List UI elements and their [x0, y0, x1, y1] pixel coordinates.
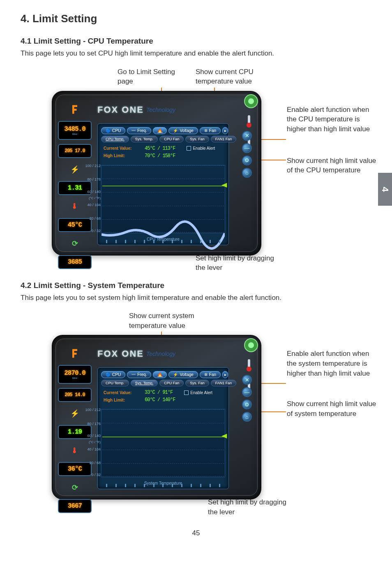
panel-nav-buttons: ✕ — ⚙ ⌂	[241, 131, 253, 178]
chapter-number: 4	[380, 187, 390, 192]
figure-cpu-temp: Go to Limit Setting page Show current CP…	[21, 67, 371, 281]
ytick: 80 / 176	[83, 422, 101, 426]
tab-cpu[interactable]: 🔵 CPU	[101, 371, 125, 378]
limit-line	[102, 437, 224, 437]
subtab-cpu-temp[interactable]: CPU Temp.	[101, 380, 129, 386]
close-button[interactable]: ✕	[242, 131, 252, 141]
tab-fan[interactable]: ✲ Fan	[200, 371, 221, 378]
ytick: 40 / 104	[83, 203, 101, 207]
current-value-label: Current Value:	[104, 390, 141, 395]
temp-value: 36°C	[68, 465, 82, 473]
figure-sys-temp: Show current system temperature value En…	[21, 311, 371, 525]
enable-alert-checkbox[interactable]	[184, 390, 189, 395]
gear-icon: ⚙	[244, 402, 249, 408]
tab-voltage[interactable]: ⚡ Voltage	[168, 371, 198, 378]
enable-alert-checkbox[interactable]	[187, 146, 191, 151]
ytick: 60 / 140	[83, 434, 101, 438]
tab-scroll-right[interactable]: ▸	[222, 127, 228, 134]
subtab-sys-temp[interactable]: Sys. Temp.	[131, 136, 158, 142]
subtab-fan1[interactable]: FAN1 Fan	[211, 380, 237, 386]
tab-cpu[interactable]: 🔵 CPU	[101, 127, 125, 134]
fox-f-icon	[58, 102, 92, 117]
y-unit: (°C / °F)	[83, 440, 101, 444]
subtab-sys-fan[interactable]: Sys. Fan	[185, 380, 209, 386]
thermometer-side-icon-1	[245, 359, 253, 372]
high-limit-label: High Limit:	[104, 398, 141, 402]
ytick: 100 / 212	[83, 408, 101, 412]
ytick: 60 / 140	[83, 190, 101, 194]
tab-freq[interactable]: 〰 Freq.	[127, 371, 151, 378]
subtab-sys-temp[interactable]: Sys. Temp.	[131, 380, 158, 386]
home-icon: ⌂	[245, 170, 249, 176]
gauge-mult-fsb: 205 17.0	[58, 144, 92, 158]
chapter-side-tab: 4	[378, 173, 392, 206]
main-panel: 🔵 CPU 〰 Freq. 🔥 ⚡ Voltage ✲ Fan ▸ CPU Te…	[97, 367, 229, 489]
category-tabs: 🔵 CPU 〰 Freq. 🔥 ⚡ Voltage ✲ Fan ▸	[98, 368, 228, 380]
tab-voltage[interactable]: ⚡ Voltage	[168, 127, 198, 134]
intro-4-1: This page lets you to set CPU high limit…	[21, 48, 371, 59]
gauge-cpu-freq: 2870.0MHz	[58, 365, 92, 384]
cpu-freq-value: 3485.0	[64, 125, 85, 133]
home-button[interactable]: ⌂	[242, 168, 252, 178]
close-button[interactable]: ✕	[242, 375, 252, 385]
home-button[interactable]: ⌂	[242, 412, 252, 422]
high-limit-readout: 60°C / 140°F	[145, 397, 175, 403]
voltage-value: 1.31	[68, 184, 82, 192]
temp-value: 45°C	[68, 221, 82, 229]
tab-limit-setting[interactable]: 🔥	[153, 371, 167, 378]
config-button[interactable]: ⚙	[242, 399, 252, 409]
bottom-ruler	[98, 240, 228, 244]
minimize-icon: —	[244, 145, 250, 151]
high-limit-row: High Limit: 70°C / 158°F	[98, 152, 228, 160]
category-tabs: 🔵 CPU 〰 Freq. 🔥 ⚡ Voltage ✲ Fan ▸	[98, 124, 228, 136]
subtab-sys-fan[interactable]: Sys. Fan	[185, 136, 209, 142]
minimize-button[interactable]: —	[242, 387, 252, 397]
temperature-graph: 100 / 212 80 / 178 60 / 140 (°C / °F) 40…	[101, 165, 225, 233]
svg-point-3	[247, 123, 251, 128]
callout-current-sys-temp: Show current system temperature value	[129, 311, 219, 331]
ytick: 20 / 68	[83, 216, 101, 221]
minimize-icon: —	[244, 389, 250, 395]
config-button[interactable]: ⚙	[242, 156, 252, 165]
subtab-cpu-fan[interactable]: CPU Fan	[159, 380, 184, 386]
cpu-freq-value: 2870.0	[64, 369, 85, 377]
subtab-cpu-fan[interactable]: CPU Fan	[159, 136, 184, 142]
callout-current-cpu-temp: Show current CPU temperature value	[196, 67, 278, 87]
subtab-fan1[interactable]: FAN1 Fan	[211, 136, 237, 142]
ytick: 20 / 68	[83, 461, 101, 465]
fan-refresh-icon: ⟳	[58, 480, 92, 495]
ytick: 80 / 178	[83, 177, 101, 181]
close-icon: ✕	[245, 132, 249, 139]
fox-f-icon	[58, 346, 92, 361]
callout-enable-alert-sys: Enable alert function when the system te…	[287, 349, 377, 378]
tab-limit-setting[interactable]: 🔥	[153, 127, 167, 134]
gauge-mult-fsb: 205 14.0	[58, 388, 92, 402]
tab-freq[interactable]: 〰 Freq.	[127, 127, 151, 134]
limit-setting-icon: 🔥	[157, 372, 162, 377]
high-limit-lever[interactable]	[221, 434, 227, 439]
current-value-row: Current Value: 33°C / 91°F Enable Alert	[98, 389, 228, 396]
minimize-button[interactable]: —	[242, 143, 252, 153]
high-limit-label: High Limit:	[104, 153, 141, 158]
logo-subtitle: Technology	[146, 107, 175, 113]
subtab-cpu-temp[interactable]: CPU Temp.	[101, 136, 129, 142]
ytick: 0 / 32	[83, 473, 101, 477]
current-value-readout: 45°C / 113°F	[145, 146, 175, 151]
gauge-cpu-freq: 3485.0MHz	[58, 121, 92, 140]
tab-fan[interactable]: ✲ Fan	[200, 127, 221, 134]
enable-alert-control[interactable]: Enable Alert	[187, 146, 215, 151]
home-icon: ⌂	[245, 414, 249, 420]
high-limit-readout: 70°C / 158°F	[145, 153, 175, 159]
title-bar: FOX ONE Technology	[97, 100, 252, 119]
intro-4-2: This page lets you to set system high li…	[21, 293, 371, 303]
tab-scroll-right[interactable]: ▸	[222, 371, 228, 378]
enable-alert-label: Enable Alert	[193, 146, 215, 151]
svg-point-9	[247, 367, 251, 372]
enable-alert-control[interactable]: Enable Alert	[184, 390, 212, 395]
rpm-value: 3685	[68, 258, 82, 266]
ytick: 100 / 212	[83, 164, 101, 168]
heading-limit-setting: 4. Limit Setting	[21, 12, 371, 25]
foxone-logo: FOX ONE	[97, 105, 144, 115]
logo-subtitle: Technology	[146, 351, 175, 357]
current-value-readout: 33°C / 91°F	[145, 390, 173, 395]
